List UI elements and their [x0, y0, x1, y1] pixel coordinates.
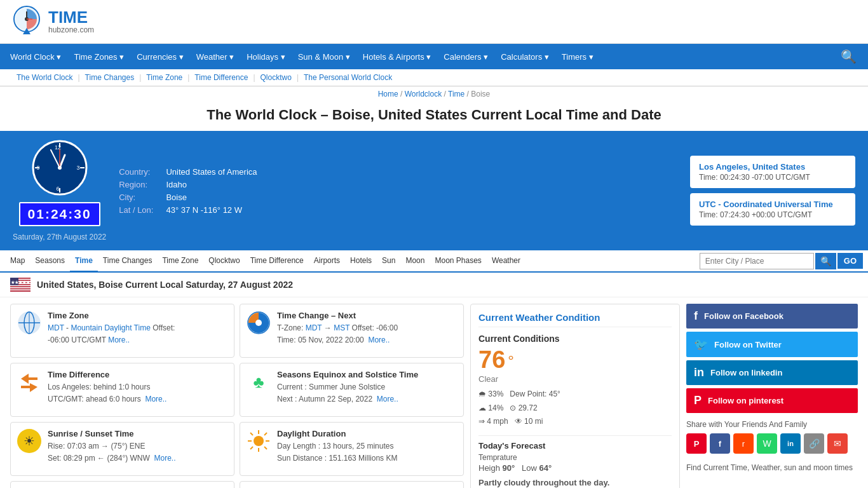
- clock-info-grid: Country: United States of America Region…: [119, 167, 677, 215]
- subnav-time-zone[interactable]: Time Zone: [142, 72, 186, 83]
- svg-line-42: [250, 447, 253, 449]
- forecast-title: Today's Forecast: [478, 435, 672, 451]
- svg-point-34: [254, 436, 264, 446]
- tab-time-difference[interactable]: Time Difference: [245, 250, 309, 273]
- breadcrumb-worldclock[interactable]: Worldclock: [405, 90, 442, 98]
- logo-icon: [10, 5, 43, 38]
- seasons-title: Seasons Equinox and Solstice Time: [277, 370, 418, 379]
- breadcrumb: Home / Worldclock / Time / Boise: [0, 86, 868, 102]
- subnav-qlocktwo[interactable]: Qlocktwo: [257, 72, 295, 83]
- city-search-input[interactable]: [700, 253, 814, 269]
- pinterest-icon: P: [694, 394, 702, 407]
- card-time-difference: Time Difference Los Angeles: behind 1:0 …: [10, 363, 234, 417]
- timezone-body: Time Zone MDT - Mountain Daylight Time O…: [48, 311, 175, 346]
- daylight-text: Day Length : 13 hours, 25 minutes Sun Di…: [277, 440, 397, 464]
- tab-seasons[interactable]: Seasons: [30, 250, 70, 273]
- breadcrumb-home[interactable]: Home: [378, 90, 398, 98]
- subnav-time-difference[interactable]: Time Difference: [191, 72, 252, 83]
- daylight-title: Daylight Duration: [277, 429, 397, 438]
- nav-sun-moon[interactable]: Sun & Moon ▾: [292, 46, 356, 68]
- city-search-button[interactable]: 🔍: [815, 253, 836, 269]
- card-timezone: Time Zone MDT - Mountain Daylight Time O…: [10, 304, 234, 358]
- compare-box-utc: UTC - Coordinated Universal Time Time: 0…: [690, 193, 855, 226]
- tab-map[interactable]: Map: [5, 250, 30, 273]
- twitter-button[interactable]: 🐦 Follow on Twitter: [686, 332, 858, 357]
- small-linkedin[interactable]: in: [780, 433, 801, 454]
- subnav-personal-clock[interactable]: The Personal World Clock: [300, 72, 396, 83]
- weather-panel: Current Weather Condition Current Condit…: [470, 304, 680, 488]
- compare-city-la: Los Angeles, United States: [699, 162, 846, 172]
- tab-sun[interactable]: Sun: [377, 250, 400, 273]
- temp-row: 76 °: [478, 348, 672, 372]
- nav-weather[interactable]: Weather ▾: [190, 46, 241, 68]
- svg-text:3: 3: [76, 165, 79, 171]
- sub-nav: The World Clock | Time Changes | Time Zo…: [0, 69, 868, 86]
- time-change-body: Time Change – Next T-Zone: MDT → MST Off…: [277, 311, 398, 346]
- small-link[interactable]: 🔗: [804, 433, 824, 454]
- nav-calenders[interactable]: Calenders ▾: [437, 46, 494, 68]
- tab-time-zone[interactable]: Time Zone: [157, 250, 203, 273]
- pinterest-label: Follow on pinterest: [708, 396, 783, 405]
- timezone-title: Time Zone: [48, 311, 175, 320]
- nav-time-zones[interactable]: Time Zones ▾: [67, 46, 130, 68]
- weather-details: 🌧 33% Dew Point: 45° ☁ 14% ⊙ 29.72 ⇒ 4 m…: [478, 388, 672, 429]
- tabs-bar: Map Seasons Time Time Changes Time Zone …: [0, 250, 868, 273]
- country-value: United States of America: [166, 167, 677, 177]
- nav-hotels-airports[interactable]: Hotels & Airports ▾: [356, 46, 437, 68]
- time-difference-body: Time Difference Los Angeles: behind 1:0 …: [48, 370, 166, 405]
- small-whatsapp[interactable]: W: [757, 433, 777, 454]
- tab-search-area: 🔍 GO: [700, 253, 863, 269]
- current-conditions-title: Current Conditions: [478, 334, 672, 344]
- daylight-body: Daylight Duration Day Length : 13 hours,…: [277, 429, 397, 464]
- tab-moon[interactable]: Moon: [400, 250, 430, 273]
- tab-weather[interactable]: Weather: [487, 250, 526, 273]
- facebook-button[interactable]: f Follow on Facebook: [686, 304, 858, 329]
- header: TIME hubzone.com: [0, 0, 868, 44]
- tab-airports[interactable]: Airports: [309, 250, 345, 273]
- sunrise-text: Rise: 07:03 am → (75°) ENE Set: 08:29 pm…: [48, 440, 176, 464]
- linkedin-label: Follow on linkedin: [710, 368, 782, 377]
- tab-qlocktwo[interactable]: Qlocktwo: [203, 250, 245, 273]
- tab-time-changes[interactable]: Time Changes: [98, 250, 158, 273]
- nav-holidays[interactable]: Holidays ▾: [240, 46, 291, 68]
- svg-point-18: [58, 166, 62, 170]
- subnav-time-changes[interactable]: Time Changes: [81, 72, 139, 83]
- subnav-sep1: |: [78, 73, 79, 82]
- svg-text:6: 6: [56, 186, 59, 192]
- subnav-world-clock[interactable]: The World Clock: [13, 72, 76, 83]
- svg-line-40: [264, 447, 267, 449]
- breadcrumb-time[interactable]: Time: [448, 90, 465, 98]
- tab-time[interactable]: Time: [70, 250, 98, 273]
- nav-search-icon[interactable]: 🔍: [833, 44, 864, 69]
- pinterest-button[interactable]: P Follow on pinterest: [686, 388, 858, 413]
- card-seasons: ♣ Seasons Equinox and Solstice Time Curr…: [240, 363, 464, 417]
- timezone-icon: [17, 311, 41, 335]
- svg-point-33: [255, 320, 262, 326]
- small-pinterest[interactable]: P: [686, 433, 707, 454]
- subnav-sep5: |: [297, 73, 299, 82]
- tab-moon-phases[interactable]: Moon Phases: [430, 250, 486, 273]
- nav-timers[interactable]: Timers ▾: [555, 46, 600, 68]
- small-email[interactable]: ✉: [827, 433, 848, 454]
- linkedin-icon: in: [694, 366, 704, 379]
- forecast-temps: Heigh 90° Low 64°: [478, 463, 672, 473]
- go-button[interactable]: GO: [837, 253, 863, 269]
- small-facebook[interactable]: f: [710, 433, 730, 454]
- subnav-sep2: |: [139, 73, 141, 82]
- nav-world-clock[interactable]: World Clock ▾: [4, 46, 67, 68]
- social-panel: f Follow on Facebook 🐦 Follow on Twitter…: [686, 304, 858, 473]
- clock-date: Saturday, 27th August 2022: [13, 233, 106, 241]
- svg-rect-25: [10, 289, 31, 290]
- tab-hotels[interactable]: Hotels: [345, 250, 377, 273]
- weather-status: Clear: [478, 374, 672, 384]
- time-difference-icon: [17, 370, 41, 394]
- breadcrumb-current: Boise: [471, 90, 490, 98]
- sunrise-body: Sunrise / Sunset Time Rise: 07:03 am → (…: [48, 429, 176, 464]
- compare-time-utc: Time: 07:24:30 +00:00 UTC/GMT: [699, 210, 846, 219]
- seasons-icon: ♣: [247, 370, 271, 394]
- nav-currencies[interactable]: Currencies ▾: [130, 46, 189, 68]
- time-change-title: Time Change – Next: [277, 311, 398, 320]
- nav-calculators[interactable]: Calculators ▾: [494, 46, 555, 68]
- small-reddit[interactable]: r: [733, 433, 754, 454]
- linkedin-button[interactable]: in Follow on linkedin: [686, 360, 858, 385]
